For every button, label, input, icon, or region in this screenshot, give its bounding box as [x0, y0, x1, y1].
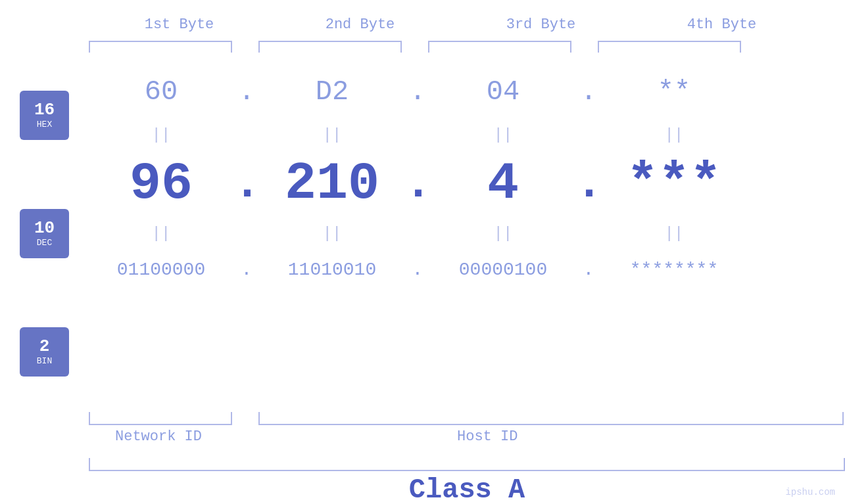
dec-val-1: 96 — [89, 158, 233, 210]
sep-hex-3: . — [575, 76, 602, 108]
hex-row: 60 . D2 . 04 . ** — [89, 62, 746, 122]
page-layout: 1st Byte 2nd Byte 3rd Byte 4th Byte 16 H… — [0, 0, 845, 504]
sep-hex-1: . — [233, 76, 260, 108]
sep-dec-2: . — [404, 158, 431, 210]
bin-val-4: ******** — [602, 260, 746, 280]
hex-val-2: D2 — [260, 76, 404, 108]
top-bracket-3 — [428, 41, 571, 53]
eq1-3: || — [494, 126, 513, 144]
sep-bin-2: . — [404, 260, 431, 280]
eq1-2: || — [323, 126, 342, 144]
hex-val-4: ** — [602, 76, 746, 108]
network-id-bracket — [89, 412, 232, 425]
byte-label-4: 4th Byte — [631, 16, 812, 33]
bin-val-2: 11010010 — [260, 260, 404, 280]
top-bracket-2 — [258, 41, 402, 53]
sep-bin-3: . — [575, 260, 602, 280]
byte-label-3: 3rd Byte — [450, 16, 631, 33]
big-bracket — [89, 458, 845, 471]
dec-badge-num: 10 — [34, 219, 55, 238]
dec-val-2: 210 — [260, 158, 404, 210]
sep-hex-2: . — [404, 76, 431, 108]
equals-row-1: || || || || — [89, 122, 746, 148]
equals-row-2: || || || || — [89, 220, 746, 246]
byte-label-2: 2nd Byte — [270, 16, 450, 33]
bin-badge-label: BIN — [37, 356, 52, 366]
dec-val-4: *** — [602, 158, 746, 210]
hex-badge: 16 HEX — [20, 91, 69, 140]
eq2-1: || — [152, 225, 171, 242]
sep-dec-3: . — [575, 158, 602, 210]
big-bracket-container — [89, 458, 845, 471]
class-a-label: Class A — [89, 474, 845, 504]
top-bracket-1 — [89, 41, 232, 53]
bin-badge-num: 2 — [39, 337, 50, 356]
watermark: ipshu.com — [785, 487, 835, 497]
sep-dec-1: . — [233, 158, 260, 210]
top-bracket-4 — [598, 41, 741, 53]
badges-column: 16 HEX 10 DEC 2 BIN — [0, 56, 89, 411]
byte-label-1: 1st Byte — [89, 16, 270, 33]
eq1-1: || — [152, 126, 171, 144]
bottom-section: Network ID Host ID Class A — [89, 411, 845, 504]
eq2-3: || — [494, 225, 513, 242]
hex-badge-label: HEX — [37, 120, 52, 129]
dec-val-3: 4 — [431, 158, 575, 210]
bin-badge: 2 BIN — [20, 327, 69, 377]
dec-row: 96 . 210 . 4 . *** — [89, 148, 746, 220]
byte-labels-row: 1st Byte 2nd Byte 3rd Byte 4th Byte — [89, 0, 845, 33]
sep-bin-1: . — [233, 260, 260, 280]
eq2-4: || — [665, 225, 684, 242]
network-id-label: Network ID — [115, 428, 202, 445]
hex-badge-num: 16 — [34, 101, 55, 120]
bin-val-3: 00000100 — [431, 260, 575, 280]
dec-badge: 10 DEC — [20, 209, 69, 258]
main-content: 16 HEX 10 DEC 2 BIN 60 . D2 . 04 . ** — [0, 56, 845, 411]
host-id-label: Host ID — [457, 428, 518, 445]
hex-val-1: 60 — [89, 76, 233, 108]
dec-badge-label: DEC — [37, 238, 52, 248]
bin-row: 01100000 . 11010010 . 00000100 . *******… — [89, 246, 746, 292]
eq1-4: || — [665, 126, 684, 144]
data-rows: 60 . D2 . 04 . ** || || || || 96 — [89, 56, 746, 411]
top-brackets — [89, 36, 845, 53]
net-host-labels: Network ID Host ID — [89, 428, 845, 455]
eq2-2: || — [323, 225, 342, 242]
host-id-bracket — [258, 412, 844, 425]
hex-val-3: 04 — [431, 76, 575, 108]
net-host-brackets — [89, 412, 845, 428]
bin-val-1: 01100000 — [89, 260, 233, 280]
